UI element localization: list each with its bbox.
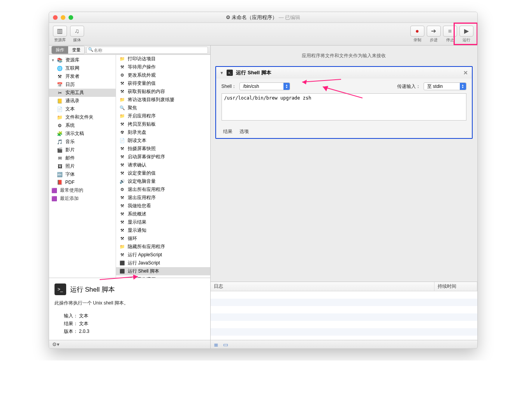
sidebar-item-0[interactable]: 🌐互联网	[49, 64, 116, 72]
action-item-20[interactable]: ⚒显示结果	[116, 218, 210, 226]
log-col-message[interactable]: 日志	[211, 282, 435, 291]
options-tab[interactable]: 选项	[239, 128, 249, 135]
zoom-window-icon[interactable]	[69, 15, 73, 20]
action-item-7[interactable]: 📁开启应用程序	[116, 112, 210, 120]
library-button[interactable]: ▥ 资源库	[53, 26, 67, 43]
sidebar-item-5[interactable]: 📄文本	[49, 105, 116, 113]
sidebar-item-3[interactable]: ✂实用工具	[49, 89, 116, 97]
action-icon: 📄	[119, 138, 125, 144]
action-item-14[interactable]: ⚒设定变量的值	[116, 169, 210, 177]
sidebar-item-12[interactable]: 🖼照片	[49, 162, 116, 170]
library-panel: 操作 变量 🔍 ▼📚资源库🌐互联网⚒开发者📅日历✂实用工具📒通讯录📄文本📁文件和…	[49, 46, 211, 348]
window-title: ⚙ 未命名（应用程序） — 已编辑	[49, 14, 477, 21]
sidebar-root[interactable]: ▼📚资源库	[49, 56, 116, 64]
action-item-19[interactable]: ⚒系统概述	[116, 210, 210, 218]
disclosure-icon[interactable]: ▼	[220, 71, 224, 75]
tab-actions[interactable]: 操作	[52, 46, 68, 54]
media-button[interactable]: ♫ 媒体	[70, 26, 84, 43]
action-item-23[interactable]: 📁隐藏所有应用程序	[116, 243, 210, 251]
action-item-6[interactable]: 🔍聚焦	[116, 104, 210, 112]
action-item-25[interactable]: ⬛运行 JavaScript	[116, 259, 210, 267]
record-icon: ●	[410, 26, 424, 37]
action-item-26[interactable]: ⬛运行 Shell 脚本	[116, 267, 210, 275]
sidebar-item-1[interactable]: ⚒开发者	[49, 72, 116, 80]
action-item-3[interactable]: ⚒获得变量的值	[116, 79, 210, 88]
script-textarea[interactable]	[222, 93, 466, 121]
gear-icon[interactable]: ⚙▾	[52, 341, 60, 347]
action-item-1[interactable]: ⚒等待用户操作	[116, 63, 210, 71]
action-icon: 📁	[119, 97, 125, 103]
action-header[interactable]: ▼ >_ 运行 Shell 脚本 ✕	[216, 67, 472, 79]
record-button[interactable]: ● 录制	[410, 26, 424, 43]
passinput-label: 传递输入：	[397, 83, 420, 90]
sidebar-group-0[interactable]: 🟪最常使用的	[49, 186, 116, 194]
sidebar-item-9[interactable]: 🎵音乐	[49, 138, 116, 146]
sidebar-item-8[interactable]: 🧩演示文稿	[49, 130, 116, 138]
flow-view-icon[interactable]: ▭	[223, 341, 228, 348]
category-icon: 📄	[57, 106, 63, 112]
action-title: 运行 Shell 脚本	[236, 69, 271, 76]
workflow-canvas[interactable]: 应用程序将文件和文件夹作为输入来接收 ▼ >_ 运行 Shell 脚本 ✕ Sh…	[211, 46, 477, 282]
action-item-0[interactable]: 📁打印访达项目	[116, 55, 210, 63]
close-window-icon[interactable]	[53, 15, 58, 20]
sidebar-item-10[interactable]: 🎬影片	[49, 146, 116, 154]
action-icon: ⚒	[119, 211, 125, 217]
action-item-13[interactable]: ⚒请求确认	[116, 161, 210, 169]
action-item-22[interactable]: ⚒循环	[116, 234, 210, 243]
action-item-21[interactable]: ⚒显示通知	[116, 226, 210, 234]
close-icon[interactable]: ✕	[463, 70, 468, 76]
sidebar-item-11[interactable]: ✉邮件	[49, 154, 116, 162]
shell-select[interactable]: /bin/csh ▲▼	[239, 82, 290, 90]
action-item-11[interactable]: ⚒拍摄屏幕快照	[116, 145, 210, 153]
library-icon: ▥	[53, 26, 67, 37]
action-item-8[interactable]: ⚒拷贝至剪贴板	[116, 120, 210, 128]
workflow-panel: 应用程序将文件和文件夹作为输入来接收 ▼ >_ 运行 Shell 脚本 ✕ Sh…	[211, 46, 477, 348]
action-item-10[interactable]: 📄朗读文本	[116, 136, 210, 145]
action-item-9[interactable]: ☢刻录光盘	[116, 128, 210, 136]
minimize-window-icon[interactable]	[61, 15, 65, 20]
action-item-17[interactable]: ⚒退出应用程序	[116, 194, 210, 202]
action-item-24[interactable]: ⚒运行 AppleScript	[116, 251, 210, 259]
action-icon: 📁	[119, 244, 125, 250]
action-item-5[interactable]: 📁将访达项目移到废纸篓	[116, 96, 210, 104]
sidebar-item-7[interactable]: ⚙系统	[49, 121, 116, 130]
tab-variables[interactable]: 变量	[68, 46, 84, 54]
library-tabs[interactable]: 操作 变量	[51, 46, 85, 54]
category-icon: 📁	[57, 114, 63, 121]
action-item-2[interactable]: ⚙更改系统外观	[116, 71, 210, 79]
passinput-select[interactable]: 至 stdin ▲▼	[424, 82, 466, 90]
sidebar-item-14[interactable]: 📕PDF	[49, 178, 116, 186]
search-field[interactable]: 🔍	[86, 46, 208, 54]
automator-icon: ⚙	[226, 14, 230, 20]
description-result: 结果： 文本	[64, 320, 205, 327]
sidebar-item-4[interactable]: 📒通讯录	[49, 97, 116, 105]
action-icon: ⚒	[119, 236, 125, 242]
category-icon: ✂	[57, 90, 63, 96]
action-icon: ⚒	[119, 228, 125, 234]
action-icon: ⚙	[119, 72, 125, 79]
action-item-16[interactable]: ⚙退出所有应用程序	[116, 186, 210, 194]
sidebar-item-13[interactable]: 🔤字体	[49, 170, 116, 178]
action-item-4[interactable]: ⚒获取剪贴板的内容	[116, 88, 210, 96]
log-col-duration[interactable]: 持续时间	[435, 282, 477, 291]
sidebar-item-2[interactable]: 📅日历	[49, 80, 116, 89]
action-icon: ⚒	[119, 89, 125, 95]
run-button[interactable]: ▶ 运行	[459, 26, 473, 43]
action-item-12[interactable]: ⚒启动屏幕保护程序	[116, 153, 210, 161]
actions-list[interactable]: 📁打印访达项目⚒等待用户操作⚙更改系统外观⚒获得变量的值⚒获取剪贴板的内容📁将访…	[116, 55, 210, 278]
action-item-18[interactable]: ⚒我做给您看	[116, 202, 210, 210]
action-item-15[interactable]: 🔊设定电脑音量	[116, 177, 210, 186]
folder-icon: 🟪	[51, 187, 58, 194]
sidebar-group-1[interactable]: 🟪最近添加	[49, 194, 116, 203]
media-icon: ♫	[70, 26, 84, 37]
stop-button[interactable]: ■ 停止	[443, 26, 457, 43]
search-input[interactable]	[86, 47, 208, 54]
results-tab[interactable]: 结果	[223, 128, 232, 135]
log-panel: 日志 持续时间	[211, 282, 477, 340]
category-sidebar[interactable]: ▼📚资源库🌐互联网⚒开发者📅日历✂实用工具📒通讯录📄文本📁文件和文件夹⚙系统🧩演…	[49, 55, 116, 278]
step-button[interactable]: ➔ 步进	[427, 26, 441, 43]
sidebar-item-6[interactable]: 📁文件和文件夹	[49, 113, 116, 121]
description-title: >_ 运行 Shell 脚本	[55, 284, 205, 295]
list-view-icon[interactable]: ≣	[214, 341, 218, 348]
category-icon: ⚒	[57, 74, 63, 80]
